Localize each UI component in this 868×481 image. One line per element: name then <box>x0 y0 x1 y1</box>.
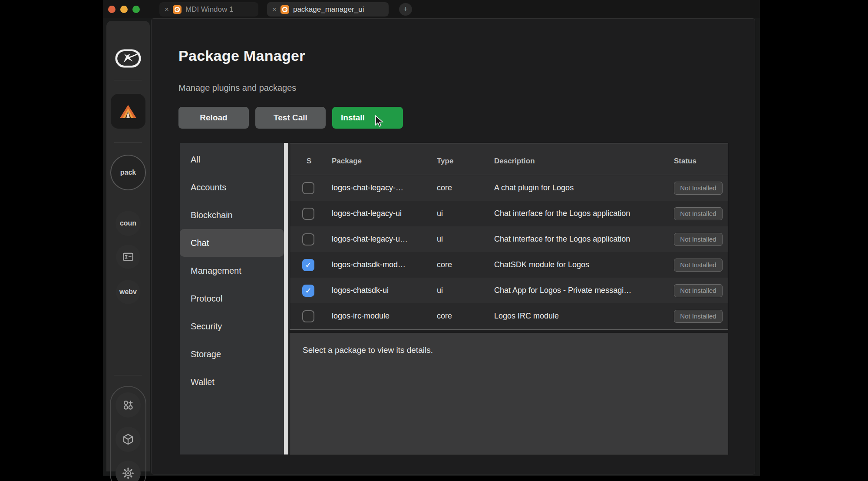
package-name: logos-chat-legacy-u… <box>332 235 437 244</box>
tab-mdi-window-1[interactable]: × MDI Window 1 <box>159 2 258 17</box>
table-row[interactable]: ✓logos-chatsdk-uiuiChat App for Logos - … <box>290 278 728 303</box>
status-badge: Not Installed <box>674 259 723 272</box>
row-checkbox[interactable] <box>302 208 314 220</box>
tab-label: MDI Window 1 <box>185 5 234 14</box>
tab-close-icon[interactable]: × <box>165 6 169 13</box>
sidebar-app-coun[interactable]: coun <box>116 211 141 236</box>
page-subtitle: Manage plugins and packages <box>178 83 296 93</box>
package-type: ui <box>437 209 494 218</box>
test-call-button[interactable]: Test Call <box>255 107 326 129</box>
tent-icon <box>119 104 137 119</box>
page-title: Package Manager <box>178 47 305 64</box>
category-item-wallet[interactable]: Wallet <box>180 368 284 396</box>
sidebar-app-label: coun <box>120 219 136 227</box>
category-item-storage[interactable]: Storage <box>180 340 284 368</box>
table-row[interactable]: logos-chat-legacy-u…uiChat interface for… <box>290 226 728 252</box>
package-type: ui <box>437 286 494 295</box>
sidebar-app-label: webv <box>119 288 137 296</box>
category-item-accounts[interactable]: Accounts <box>180 173 284 201</box>
logos-logo-icon[interactable] <box>115 49 141 68</box>
package-description: Chat interface for the Logos application <box>494 235 674 244</box>
titlebar: × MDI Window 1 × package_manager_ui <box>103 0 760 18</box>
panel-splitter[interactable] <box>284 143 288 454</box>
package-type: core <box>437 260 494 269</box>
sidebar-divider <box>114 375 142 375</box>
sidebar-app-pack[interactable]: pack <box>110 155 146 190</box>
column-header-status[interactable]: Status <box>674 157 728 166</box>
packages-button[interactable] <box>116 427 141 452</box>
zoom-window-button[interactable] <box>132 6 140 13</box>
package-name: logos-chat-legacy-… <box>332 183 437 192</box>
table-row[interactable]: logos-chat-legacy-…coreA chat plugin for… <box>290 175 728 201</box>
traffic-lights <box>108 6 140 13</box>
table-body: logos-chat-legacy-…coreA chat plugin for… <box>290 175 728 329</box>
main-panel: Package Manager Manage plugins and packa… <box>151 18 755 474</box>
tab-label: package_manager_ui <box>293 5 364 14</box>
package-type: core <box>437 183 494 192</box>
row-checkbox[interactable] <box>302 310 314 322</box>
install-button[interactable]: Install <box>332 107 403 129</box>
status-badge: Not Installed <box>674 182 723 195</box>
plus-icon: + <box>403 5 408 14</box>
status-badge: Not Installed <box>674 233 723 246</box>
category-item-management[interactable]: Management <box>180 257 284 285</box>
package-name: logos-chatsdk-mod… <box>332 260 437 269</box>
apps-add-icon <box>122 398 135 411</box>
table-row[interactable]: logos-chat-legacy-uiuiChat interface for… <box>290 201 728 226</box>
details-placeholder: Select a package to view its details. <box>303 345 433 355</box>
package-name: logos-chat-legacy-ui <box>332 209 437 218</box>
tab-app-icon <box>281 5 289 14</box>
table-header: S Package Type Description Status <box>290 143 728 175</box>
category-item-protocol[interactable]: Protocol <box>180 285 284 312</box>
settings-button[interactable] <box>116 461 141 481</box>
tab-close-icon[interactable]: × <box>272 6 277 13</box>
close-window-button[interactable] <box>108 6 116 13</box>
category-item-security[interactable]: Security <box>180 312 284 340</box>
package-description: ChatSDK module for Logos <box>494 260 674 269</box>
tab-package-manager-ui[interactable]: × package_manager_ui <box>267 2 389 17</box>
sidebar-app-input[interactable] <box>116 245 140 269</box>
column-header-description[interactable]: Description <box>494 157 674 166</box>
status-badge: Not Installed <box>674 207 723 220</box>
package-description: Chat App for Logos - Private messagi… <box>494 286 674 295</box>
package-type: ui <box>437 235 494 244</box>
category-list: AllAccountsBlockchainChatManagementProto… <box>180 143 284 454</box>
column-header-type[interactable]: Type <box>437 157 494 166</box>
table-row[interactable]: logos-irc-modulecoreLogos IRC moduleNot … <box>290 303 728 329</box>
sidebar-app-webv[interactable]: webv <box>116 280 140 304</box>
screen: × MDI Window 1 × package_manager_ui <box>0 0 868 481</box>
active-app-button[interactable] <box>111 94 145 129</box>
package-name: logos-chatsdk-ui <box>332 286 437 295</box>
package-description: A chat plugin for Logos <box>494 183 674 192</box>
category-item-all[interactable]: All <box>180 146 284 173</box>
minimize-window-button[interactable] <box>120 6 128 13</box>
row-checkbox[interactable]: ✓ <box>302 285 314 297</box>
sidebar-divider <box>114 80 142 80</box>
package-name: logos-irc-module <box>332 312 437 321</box>
category-item-chat[interactable]: Chat <box>180 229 284 257</box>
cube-icon <box>122 433 135 446</box>
status-badge: Not Installed <box>674 284 723 297</box>
sidebar-app-label: pack <box>120 169 136 176</box>
row-checkbox[interactable]: ✓ <box>302 259 314 271</box>
package-description: Chat interface for the Logos application <box>494 209 674 218</box>
gear-icon <box>122 467 135 480</box>
row-checkbox[interactable] <box>302 233 314 245</box>
new-tab-button[interactable]: + <box>399 3 412 16</box>
table-row[interactable]: ✓logos-chatsdk-mod…coreChatSDK module fo… <box>290 252 728 278</box>
category-item-blockchain[interactable]: Blockchain <box>180 201 284 229</box>
status-badge: Not Installed <box>674 310 723 323</box>
apps-add-button[interactable] <box>116 392 141 418</box>
app-drawer-capsule <box>110 386 146 481</box>
column-header-select[interactable]: S <box>301 157 332 166</box>
details-panel: Select a package to view its details. <box>290 333 728 454</box>
check-icon: ✓ <box>305 286 311 295</box>
tab-app-icon <box>173 5 182 14</box>
package-table: S Package Type Description Status logos-… <box>290 143 728 330</box>
input-field-icon <box>122 250 135 263</box>
toolbar: Reload Test Call Install <box>178 107 403 129</box>
column-header-package[interactable]: Package <box>332 157 437 166</box>
sidebar: pack coun webv <box>106 21 150 471</box>
row-checkbox[interactable] <box>302 182 314 194</box>
reload-button[interactable]: Reload <box>178 107 249 129</box>
